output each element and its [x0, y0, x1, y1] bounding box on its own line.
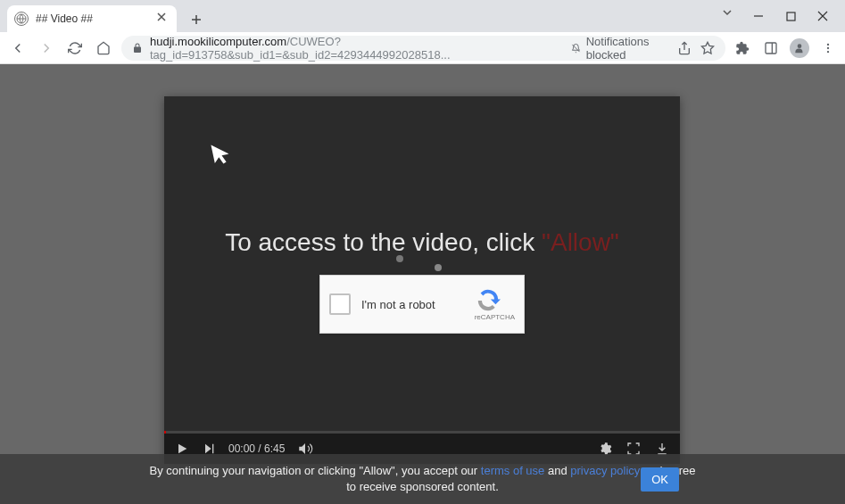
svg-rect-2 — [766, 43, 776, 54]
url-text: hudji.mookilicomputer.com/CUWEO?tag_id=9… — [150, 35, 564, 62]
consent-ok-button[interactable]: OK — [641, 467, 679, 492]
sidepanel-icon[interactable] — [761, 38, 781, 58]
tabs-dropdown-icon[interactable] — [722, 7, 733, 18]
share-icon[interactable] — [677, 41, 692, 55]
window-controls — [750, 0, 841, 32]
maximize-button[interactable] — [783, 8, 799, 24]
address-bar[interactable]: hudji.mookilicomputer.com/CUWEO?tag_id=9… — [121, 36, 725, 61]
access-message: To access to the video, click "Allow" — [164, 228, 680, 257]
toolbar-right — [733, 38, 838, 58]
notifications-blocked-indicator[interactable]: Notifications blocked — [571, 35, 668, 62]
browser-toolbar: hudji.mookilicomputer.com/CUWEO?tag_id=9… — [0, 32, 845, 64]
minimize-button[interactable] — [750, 8, 766, 24]
lock-icon — [132, 42, 143, 54]
bell-off-icon — [571, 42, 581, 54]
bookmark-icon[interactable] — [700, 41, 715, 55]
tab-title: ## Video ## — [36, 12, 150, 25]
omnibox-right: Notifications blocked — [571, 35, 715, 62]
close-window-button[interactable] — [815, 8, 831, 24]
new-tab-button[interactable] — [184, 7, 209, 32]
back-button[interactable] — [7, 37, 29, 59]
reload-button[interactable] — [64, 37, 86, 59]
home-button[interactable] — [93, 37, 114, 59]
recaptcha-label: I'm not a robot — [361, 298, 435, 311]
loading-dots — [396, 255, 442, 271]
consent-banner: By continuing your navigation or clickin… — [0, 454, 845, 504]
recaptcha-logo: reCAPTCHA — [475, 288, 515, 321]
video-player: To access to the video, click "Allow" I'… — [164, 96, 680, 464]
video-time: 00:00 / 6:45 — [228, 442, 285, 455]
extensions-icon[interactable] — [733, 38, 752, 58]
recaptcha-checkbox[interactable] — [329, 293, 351, 315]
forward-button — [36, 37, 57, 59]
globe-icon — [14, 12, 29, 26]
browser-tab[interactable]: ## Video ## — [7, 5, 177, 32]
page-content: To access to the video, click "Allow" I'… — [0, 64, 845, 504]
browser-titlebar: ## Video ## — [0, 0, 845, 32]
recaptcha-box[interactable]: I'm not a robot reCAPTCHA — [319, 275, 525, 334]
privacy-link[interactable]: privacy policy — [570, 464, 640, 477]
terms-link[interactable]: terms of use — [481, 464, 545, 477]
profile-avatar[interactable] — [790, 38, 809, 58]
svg-point-3 — [798, 44, 802, 48]
svg-rect-1 — [787, 12, 795, 21]
svg-point-5 — [827, 46, 829, 48]
tab-close-icon[interactable] — [157, 12, 170, 25]
svg-point-4 — [827, 43, 829, 45]
menu-icon[interactable] — [818, 38, 838, 58]
consent-text: By continuing your navigation or clickin… — [146, 463, 700, 495]
cursor-arrow-icon — [209, 141, 234, 166]
svg-point-6 — [827, 50, 829, 52]
